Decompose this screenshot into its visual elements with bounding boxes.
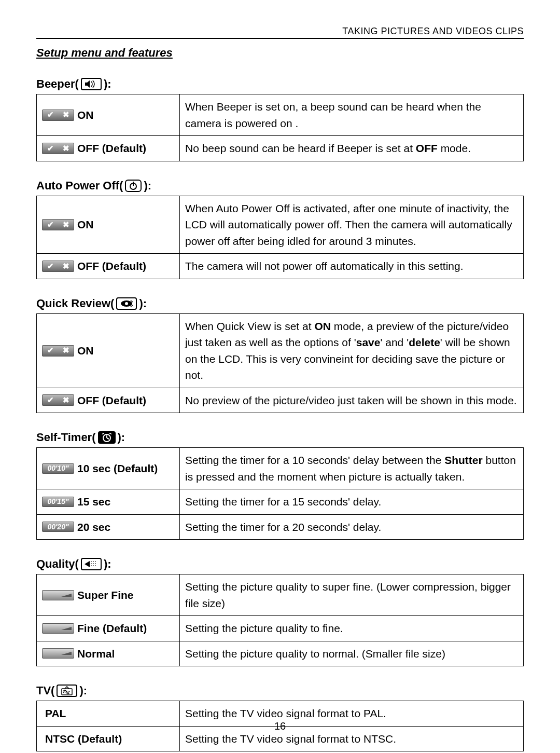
onoff-icon: ✔✖ <box>42 143 74 154</box>
option-label: OFF (Default) <box>77 140 146 157</box>
onoff-icon: ✔✖ <box>42 219 74 230</box>
onoff-icon: ✔✖ <box>42 394 74 406</box>
description-cell: The camera will not power off automatica… <box>180 254 524 279</box>
option-label: ON <box>77 107 94 124</box>
page-header: TAKING PICTURES AND VIDEOS CLIPS <box>36 26 524 39</box>
description-cell: When Auto Power Off is activated, after … <box>180 196 524 254</box>
onoff-icon: ✔✖ <box>42 109 74 121</box>
table-row: ✔✖ONWhen Auto Power Off is activated, af… <box>37 196 524 254</box>
option-cell: ✔✖ON <box>37 196 180 254</box>
power-icon <box>125 180 142 192</box>
selftimer-heading-close: ): <box>118 431 125 444</box>
description-cell: Setting the timer for a 20 seconds' dela… <box>180 514 524 540</box>
option-label: ON <box>77 343 94 359</box>
description-cell: Setting the picture quality to normal. (… <box>180 641 524 666</box>
page: TAKING PICTURES AND VIDEOS CLIPS Setup m… <box>0 0 560 753</box>
timer-chip-icon: 00'10" <box>42 463 74 474</box>
beeper-heading-label: Beeper( <box>36 77 79 91</box>
option-cell: 00'20"20 sec <box>37 514 180 540</box>
quickreview-heading-label: Quick Review( <box>36 297 114 310</box>
onoff-icon: ✔✖ <box>42 345 74 357</box>
quality-heading-close: ): <box>104 557 111 571</box>
timer-icon <box>98 431 116 444</box>
quality-chip-icon <box>42 623 74 634</box>
table-row: NormalSetting the picture quality to nor… <box>37 641 524 666</box>
beeper-table: ✔✖ONWhen Beeper is set on, a beep sound … <box>36 94 524 161</box>
option-cell: ✔✖OFF (Default) <box>37 388 180 413</box>
table-row: ✔✖OFF (Default)The camera will not power… <box>37 254 524 279</box>
timer-chip-icon: 00'20" <box>42 522 74 532</box>
option-cell: Normal <box>37 641 180 666</box>
table-row: Fine (Default)Setting the picture qualit… <box>37 616 524 641</box>
timer-chip-icon: 00'15" <box>42 497 74 507</box>
description-cell: When Beeper is set on, a beep sound can … <box>180 94 524 136</box>
svg-point-3 <box>125 302 128 305</box>
option-cell: ✔✖OFF (Default) <box>37 136 180 161</box>
option-cell: ✔✖OFF (Default) <box>37 254 180 279</box>
quality-heading-label: Quality( <box>36 557 79 571</box>
tv-heading: TV( ): <box>36 684 524 697</box>
option-cell: Super Fine <box>37 574 180 616</box>
selftimer-heading-label: Self-Timer( <box>36 431 96 444</box>
autopower-heading: Auto Power Off( ): <box>36 179 524 193</box>
autopower-heading-label: Auto Power Off( <box>36 179 123 193</box>
option-cell: 00'10"10 sec (Default) <box>37 448 180 489</box>
page-number: 16 <box>0 720 560 732</box>
tv-icon <box>57 684 77 697</box>
table-row: 00'10"10 sec (Default)Setting the timer … <box>37 448 524 489</box>
table-row: ✔✖ONWhen Quick View is set at ON mode, a… <box>37 313 524 388</box>
beeper-heading-close: ): <box>104 77 111 91</box>
description-cell: When Quick View is set at ON mode, a pre… <box>180 313 524 388</box>
beeper-heading: Beeper( ): <box>36 77 524 91</box>
description-cell: Setting the timer for a 10 seconds' dela… <box>180 448 524 489</box>
table-row: 00'15"15 secSetting the timer for a 15 s… <box>37 489 524 515</box>
table-row: ✔✖OFF (Default)No preview of the picture… <box>37 388 524 413</box>
onoff-icon: ✔✖ <box>42 261 74 272</box>
tv-heading-close: ): <box>79 684 87 697</box>
option-label: 20 sec <box>77 519 110 536</box>
eye-icon <box>116 297 137 310</box>
option-label: Fine (Default) <box>77 620 147 637</box>
option-label: OFF (Default) <box>77 392 146 409</box>
option-cell: Fine (Default) <box>37 616 180 641</box>
quality-table: Super FineSetting the picture quality to… <box>36 574 524 666</box>
option-label: OFF (Default) <box>77 258 146 275</box>
option-label: Super Fine <box>77 587 134 604</box>
section-title: Setup menu and features <box>36 46 524 60</box>
quality-heading: Quality( ): <box>36 557 524 571</box>
table-row: ✔✖OFF (Default)No beep sound can be hear… <box>37 136 524 161</box>
quality-chip-icon <box>42 590 74 600</box>
description-cell: Setting the picture quality to super fin… <box>180 574 524 616</box>
table-row: 00'20"20 secSetting the timer for a 20 s… <box>37 514 524 540</box>
option-cell: 00'15"15 sec <box>37 489 180 515</box>
description-cell: Setting the picture quality to fine. <box>180 616 524 641</box>
option-label: 15 sec <box>77 494 110 510</box>
table-row: Super FineSetting the picture quality to… <box>37 574 524 616</box>
selftimer-table: 00'10"10 sec (Default)Setting the timer … <box>36 447 524 540</box>
quickreview-heading-close: ): <box>139 297 147 310</box>
quality-chip-icon <box>42 648 74 659</box>
table-row: ✔✖ONWhen Beeper is set on, a beep sound … <box>37 94 524 136</box>
selftimer-heading: Self-Timer( ): <box>36 431 524 444</box>
speaker-icon <box>81 78 102 90</box>
tv-heading-label: TV( <box>36 684 54 697</box>
description-cell: No beep sound can be heard if Beeper is … <box>180 136 524 161</box>
option-label: ON <box>77 216 94 233</box>
option-label: 10 sec (Default) <box>77 460 158 477</box>
description-cell: Setting the timer for a 15 seconds' dela… <box>180 489 524 515</box>
quality-icon <box>81 558 102 570</box>
autopower-table: ✔✖ONWhen Auto Power Off is activated, af… <box>36 196 524 279</box>
description-cell: No preview of the picture/video just tak… <box>180 388 524 413</box>
option-cell: ✔✖ON <box>37 94 180 136</box>
option-label: PAL <box>45 705 66 722</box>
quickreview-heading: Quick Review( ): <box>36 297 524 310</box>
option-label: Normal <box>77 646 115 662</box>
autopower-heading-close: ): <box>144 179 151 193</box>
option-label: NTSC (Default) <box>45 731 122 747</box>
option-cell: ✔✖ON <box>37 313 180 388</box>
quickreview-table: ✔✖ONWhen Quick View is set at ON mode, a… <box>36 313 524 414</box>
